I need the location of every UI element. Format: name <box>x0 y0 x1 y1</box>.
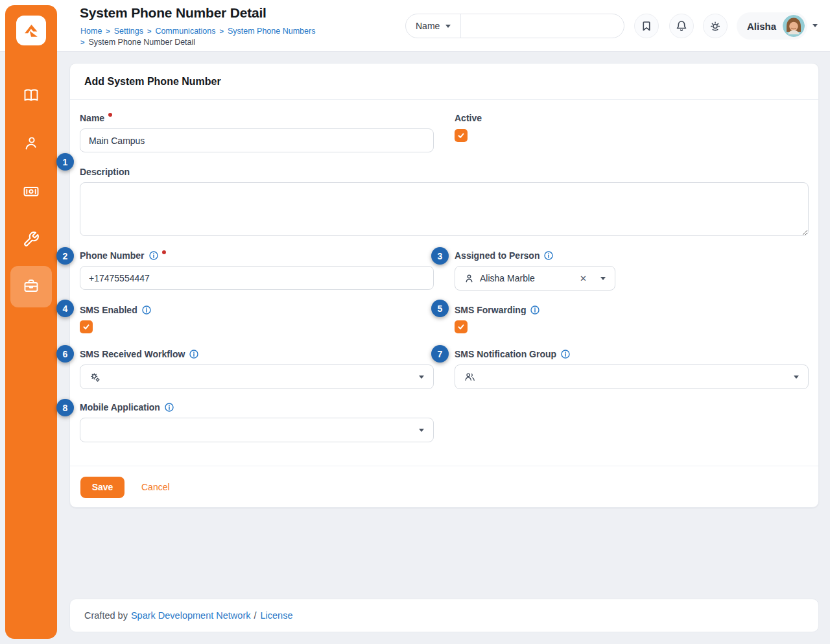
callout-4: 4 <box>56 300 74 317</box>
required-marker <box>162 250 166 254</box>
breadcrumb-home[interactable]: Home <box>80 27 102 36</box>
assigned-person-value: Alisha Marble <box>480 273 535 283</box>
description-label: Description <box>80 166 130 177</box>
panel-actions: Save Cancel <box>70 466 818 508</box>
callout-7: 7 <box>431 345 449 363</box>
bookmark-button[interactable] <box>634 14 659 38</box>
rock-logo[interactable] <box>16 16 46 45</box>
notifications-button[interactable] <box>669 14 694 38</box>
callout-3: 3 <box>431 247 449 265</box>
people-icon <box>464 372 475 383</box>
info-icon[interactable] <box>544 251 553 260</box>
callout-2: 2 <box>56 247 74 265</box>
footer-credit-text: Crafted by <box>84 610 128 621</box>
clear-person-button close-icon[interactable]: ✕ <box>580 274 587 283</box>
chevron-down-icon <box>600 277 606 280</box>
required-marker <box>108 113 112 117</box>
active-checkbox[interactable] <box>455 129 468 142</box>
theme-button[interactable] <box>703 14 728 38</box>
user-menu[interactable]: Alisha <box>737 12 807 40</box>
search-filter-label: Name <box>416 21 440 31</box>
bell-icon <box>676 20 687 32</box>
mobile-application-label: Mobile Application <box>80 401 174 412</box>
sms-enabled-checkbox[interactable] <box>80 320 93 333</box>
sidebar <box>5 5 57 639</box>
info-icon[interactable] <box>165 403 174 412</box>
avatar <box>783 15 805 37</box>
cancel-button[interactable]: Cancel <box>141 482 170 492</box>
callout-5: 5 <box>431 300 449 317</box>
active-label: Active <box>455 112 482 123</box>
assigned-to-person-label: Assigned to Person <box>455 250 553 261</box>
save-button[interactable]: Save <box>80 477 124 498</box>
info-icon[interactable] <box>149 251 158 260</box>
sms-notification-group-label: SMS Notification Group <box>455 348 570 359</box>
person-icon <box>464 274 474 283</box>
user-name: Alisha <box>747 21 776 32</box>
name-field[interactable] <box>80 128 434 152</box>
breadcrumb-separator: > <box>80 38 84 46</box>
breadcrumb-system-phone-numbers[interactable]: System Phone Numbers <box>228 27 315 36</box>
sidebar-item-people person-icon[interactable] <box>23 135 40 152</box>
sidebar-item-finance cash-icon[interactable] <box>23 183 40 200</box>
assigned-to-person-picker[interactable]: Alisha Marble ✕ <box>455 266 615 291</box>
sms-forwarding-checkbox[interactable] <box>455 320 468 333</box>
name-label: Name <box>80 112 112 123</box>
description-field[interactable] <box>80 182 809 236</box>
info-icon[interactable] <box>561 350 570 359</box>
callout-8: 8 <box>56 399 74 416</box>
chevron-down-icon <box>419 376 424 379</box>
info-icon[interactable] <box>189 350 198 359</box>
sms-received-workflow-dropdown[interactable] <box>80 364 434 389</box>
sidebar-item-admin briefcase-icon[interactable] <box>23 278 40 294</box>
bookmark-icon <box>641 20 652 32</box>
search-filter-dropdown[interactable]: Name <box>406 14 461 38</box>
add-system-phone-number-panel: Add System Phone Number Name Active Desc… <box>69 63 819 508</box>
sidebar-item-tools wrench-icon[interactable] <box>23 231 40 248</box>
sms-forwarding-label: SMS Forwarding <box>455 304 540 315</box>
check-icon <box>457 132 465 139</box>
panel-title: Add System Phone Number <box>70 64 818 100</box>
breadcrumb: Home>Settings>Communications>System Phon… <box>80 27 315 36</box>
breadcrumb-current: >System Phone Number Detail <box>80 38 195 47</box>
breadcrumb-current-label: System Phone Number Detail <box>88 38 195 47</box>
chevron-down-icon <box>445 25 451 28</box>
user-menu-chevron-down-icon[interactable] <box>812 24 818 27</box>
gear-icon <box>89 372 101 383</box>
breadcrumb-separator: > <box>147 27 151 35</box>
phone-number-field[interactable] <box>80 266 434 290</box>
sidebar-item-library book-icon[interactable] <box>23 87 40 104</box>
phone-number-label: Phone Number <box>80 250 166 261</box>
page-footer: Crafted by Spark Development Network / L… <box>69 599 819 632</box>
sms-enabled-label: SMS Enabled <box>80 304 151 315</box>
breadcrumb-settings[interactable]: Settings <box>114 27 143 36</box>
search-input[interactable] <box>461 14 624 38</box>
callout-6: 6 <box>56 345 74 363</box>
info-icon[interactable] <box>530 305 540 315</box>
chevron-down-icon <box>794 376 799 379</box>
sms-notification-group-dropdown[interactable] <box>455 364 809 389</box>
check-icon <box>82 323 90 331</box>
spark-development-network-link[interactable]: Spark Development Network <box>131 610 251 621</box>
mobile-application-dropdown[interactable] <box>80 418 434 442</box>
license-link[interactable]: License <box>261 610 293 621</box>
global-search: Name <box>405 14 624 38</box>
breadcrumb-separator: > <box>219 27 223 35</box>
footer-separator: / <box>254 610 256 621</box>
breadcrumb-separator: > <box>106 27 110 35</box>
rock-logo-icon <box>21 21 41 40</box>
check-icon <box>457 323 465 331</box>
sun-icon <box>709 20 721 32</box>
callout-1: 1 <box>56 153 74 171</box>
chevron-down-icon <box>419 429 424 432</box>
info-icon[interactable] <box>142 305 151 315</box>
page-title: System Phone Number Detail <box>80 5 267 21</box>
breadcrumb-communications[interactable]: Communications <box>155 27 215 36</box>
sms-received-workflow-label: SMS Received Workflow <box>80 348 198 359</box>
